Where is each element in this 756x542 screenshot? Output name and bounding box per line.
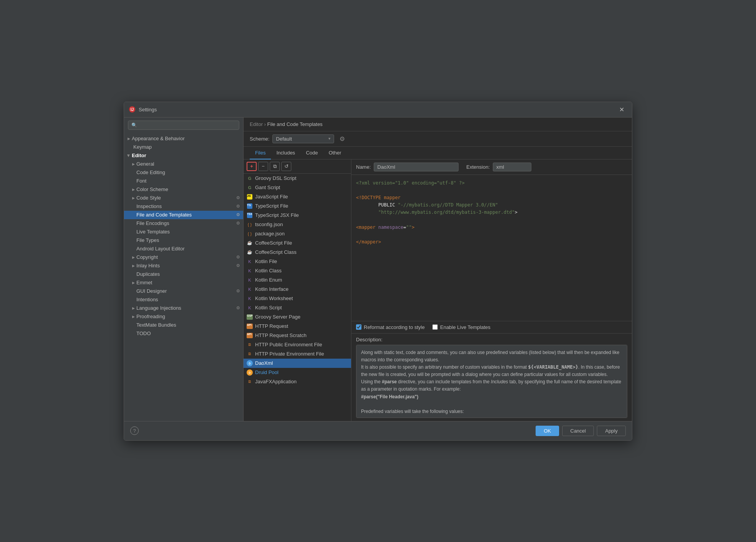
list-item-javafx[interactable]: 🗎 JavaFXApplication (244, 377, 351, 386)
sidebar-tree: ▶ Appearance & Behavior ▶ Keymap ▶ Edito… (124, 133, 243, 421)
code-line: <mapper namespace=""> (356, 224, 627, 231)
template-icon: TS (247, 203, 253, 209)
arrow-icon: ▶ (130, 186, 136, 193)
sidebar-item-file-types[interactable]: ▶ File Types (124, 236, 243, 245)
sidebar-item-label: Intentions (136, 297, 240, 302)
sidebar-item-general[interactable]: ▶ General (124, 160, 243, 168)
sidebar-item-file-encodings[interactable]: ▶ File Encodings ⚙ (124, 219, 243, 228)
tab-includes[interactable]: Includes (271, 147, 300, 159)
sidebar-item-font[interactable]: ▶ Font (124, 177, 243, 185)
list-item[interactable]: API HTTP Request Scratch (244, 331, 351, 340)
scheme-select[interactable]: Default Project (272, 134, 334, 143)
sidebar-item-language-injections[interactable]: ▶ Language Injections ⚙ (124, 304, 243, 312)
sidebar-item-label: Android Layout Editor (136, 246, 240, 252)
list-item[interactable]: G Gant Script (244, 183, 351, 192)
copy-template-button[interactable]: ⧉ (270, 162, 280, 171)
list-item[interactable]: K Kotlin Worksheet (244, 294, 351, 303)
options-row: Reformat according to style Enable Live … (351, 321, 632, 334)
sidebar-item-inlay-hints[interactable]: ▶ Inlay Hints ⚙ (124, 262, 243, 270)
list-item-druid[interactable]: D Druid Pool (244, 368, 351, 377)
list-item[interactable]: K Kotlin Interface (244, 285, 351, 294)
sidebar-item-inspections[interactable]: ▶ Inspections ⚙ (124, 202, 243, 211)
apply-button[interactable]: Apply (597, 426, 626, 436)
svg-text:IJ: IJ (131, 107, 134, 112)
list-item-daoxml[interactable]: D DaoXml (244, 359, 351, 368)
scheme-row: Scheme: Default Project ⚙ (244, 131, 632, 147)
remove-template-button[interactable]: − (258, 162, 268, 171)
template-name: Gant Script (255, 185, 280, 190)
search-input[interactable] (139, 122, 236, 128)
list-item[interactable]: { } package.json (244, 229, 351, 238)
gear-icon: ⚙ (236, 195, 240, 200)
sidebar-item-file-code-templates[interactable]: ▶ File and Code Templates ⚙ (124, 211, 243, 219)
sidebar-item-code-style[interactable]: ▶ Code Style ⚙ (124, 194, 243, 202)
list-item[interactable]: GSP Groovy Server Page (244, 312, 351, 322)
reformat-checkbox-wrapper[interactable]: Reformat according to style (356, 324, 425, 330)
code-line: </mapper> (356, 238, 627, 246)
search-icon: 🔍 (131, 122, 137, 128)
list-item[interactable]: TSX TypeScript JSX File (244, 211, 351, 220)
bottom-bar: ? OK Cancel Apply (124, 421, 632, 440)
sidebar-item-appearance[interactable]: ▶ Appearance & Behavior (124, 134, 243, 143)
sidebar-item-textmate-bundles[interactable]: ▶ TextMate Bundles (124, 321, 243, 329)
template-name: DaoXml (255, 360, 273, 366)
list-item[interactable]: 🗎 HTTP Public Environment File (244, 340, 351, 349)
list-item[interactable]: K Kotlin Enum (244, 275, 351, 285)
code-line: "http://www.mybatis.org/dtd/mybatis-3-ma… (356, 209, 627, 216)
live-templates-checkbox-wrapper[interactable]: Enable Live Templates (432, 324, 491, 330)
close-button[interactable]: ✕ (616, 104, 627, 115)
list-item[interactable]: API HTTP Request (244, 322, 351, 331)
template-icon: K (247, 277, 253, 283)
template-name: Kotlin Worksheet (255, 295, 293, 301)
sidebar-item-label: Inspections (136, 203, 235, 209)
sidebar-item-todo[interactable]: ▶ TODO (124, 329, 243, 338)
sidebar-item-editor[interactable]: ▶ Editor (124, 151, 243, 160)
code-line: <?xml version="1.0" encoding="utf-8" ?> (356, 180, 627, 187)
list-item[interactable]: K Kotlin File (244, 257, 351, 266)
help-button[interactable]: ? (130, 426, 139, 435)
list-item[interactable]: { } tsconfig.json (244, 220, 351, 229)
template-icon: 🗎 (247, 342, 253, 348)
sidebar-item-keymap[interactable]: ▶ Keymap (124, 143, 243, 151)
name-input[interactable] (374, 163, 459, 171)
template-icon: K (247, 258, 253, 265)
sidebar-item-intentions[interactable]: ▶ Intentions (124, 295, 243, 304)
tab-other[interactable]: Other (323, 147, 347, 159)
sidebar-item-emmet[interactable]: ▶ Emmet (124, 279, 243, 287)
sidebar-item-live-templates[interactable]: ▶ Live Templates (124, 228, 243, 236)
ok-button[interactable]: OK (536, 426, 559, 436)
tab-files[interactable]: Files (250, 147, 271, 159)
cancel-button[interactable]: Cancel (562, 426, 594, 436)
scheme-gear-button[interactable]: ⚙ (337, 134, 347, 143)
live-templates-checkbox[interactable] (432, 324, 438, 330)
list-item[interactable]: K Kotlin Class (244, 266, 351, 275)
template-icon: API (247, 332, 253, 339)
sidebar-item-duplicates[interactable]: ▶ Duplicates (124, 270, 243, 279)
template-name: CoffeeScript Class (255, 249, 296, 255)
sidebar-item-proofreading[interactable]: ▶ Proofreading (124, 312, 243, 321)
template-icon: JS (247, 194, 253, 200)
reset-template-button[interactable]: ↺ (281, 162, 291, 171)
template-icon: API (247, 323, 253, 329)
svg-text:D: D (249, 362, 250, 365)
list-item[interactable]: K Kotlin Script (244, 303, 351, 312)
list-item[interactable]: TS TypeScript File (244, 201, 351, 211)
sidebar-item-android-layout-editor[interactable]: ▶ Android Layout Editor (124, 245, 243, 253)
sidebar-item-copyright[interactable]: ▶ Copyright ⚙ (124, 253, 243, 262)
list-item[interactable]: ☕ CoffeeScript Class (244, 248, 351, 257)
reformat-checkbox[interactable] (356, 324, 361, 330)
sidebar-item-code-editing[interactable]: ▶ Code Editing (124, 168, 243, 177)
code-editor[interactable]: <?xml version="1.0" encoding="utf-8" ?> … (351, 175, 632, 321)
template-icon: ☕ (247, 240, 253, 246)
sidebar-item-color-scheme[interactable]: ▶ Color Scheme (124, 185, 243, 194)
arrow-icon: ▶ (130, 161, 136, 167)
list-item[interactable]: G Groovy DSL Script (244, 174, 351, 183)
extension-input[interactable] (493, 163, 531, 171)
add-template-button[interactable]: + (247, 162, 257, 171)
list-item[interactable]: JS JavaScript File (244, 192, 351, 201)
list-item[interactable]: 🗎 HTTP Private Environment File (244, 349, 351, 359)
list-item[interactable]: ☕ CoffeeScript File (244, 238, 351, 248)
tab-code[interactable]: Code (301, 147, 323, 159)
sidebar-item-gui-designer[interactable]: ▶ GUI Designer ⚙ (124, 287, 243, 295)
code-line (356, 187, 627, 194)
